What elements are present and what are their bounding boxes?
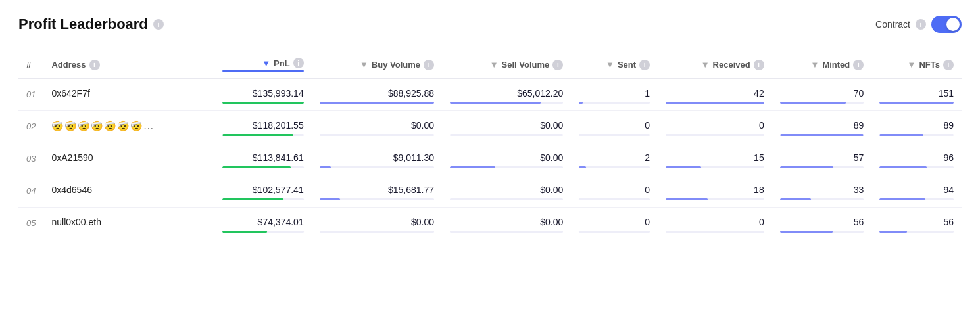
cell-value: $74,374.01 <box>222 217 303 227</box>
cell-value: $0.00 <box>320 217 434 227</box>
bar-track <box>879 134 954 136</box>
bar-track <box>579 102 650 104</box>
bar-fill <box>666 166 701 168</box>
bar-track <box>879 231 954 233</box>
title-info-icon[interactable]: i <box>153 19 164 30</box>
bar-track <box>780 231 864 233</box>
table-cell: 42 <box>658 79 772 111</box>
table-cell: $0.00 <box>442 111 571 143</box>
bar-fill <box>579 166 586 168</box>
table-cell: $65,012.20 <box>442 79 571 111</box>
rank-col-label: # <box>26 60 31 70</box>
address-col-label: Address <box>51 60 86 70</box>
cell-value: $15,681.77 <box>320 185 434 195</box>
cell-value: 2 <box>579 152 650 163</box>
bar-fill <box>450 102 541 104</box>
table-cell: 18 <box>658 175 772 208</box>
table-cell: 0xA21590 <box>43 143 214 175</box>
bar-track <box>222 198 303 200</box>
rank-cell: 01 <box>18 79 43 111</box>
cell-value: $0.00 <box>450 152 563 163</box>
bar-track <box>666 166 764 168</box>
col-address: Address i <box>43 51 214 79</box>
bar-track <box>320 102 434 104</box>
table-cell: $135,993.14 <box>214 79 311 111</box>
received-sort-icon: ▼ <box>701 60 710 70</box>
received-col-label: Received <box>713 60 750 70</box>
table-cell: 70 <box>772 79 872 111</box>
bar-fill <box>780 102 846 104</box>
bar-track <box>579 231 650 233</box>
bar-track <box>450 198 563 200</box>
table-cell: $0.00 <box>442 208 571 240</box>
cell-value: $113,841.61 <box>222 152 303 163</box>
bar-track <box>666 231 764 233</box>
table-cell: 89 <box>772 111 872 143</box>
buy-info-icon[interactable]: i <box>424 60 434 70</box>
col-minted[interactable]: ▼ Minted i <box>772 51 872 79</box>
cell-value: $0.00 <box>450 120 563 131</box>
col-sell-volume[interactable]: ▼ Sell Volume i <box>442 51 571 79</box>
leaderboard-table: # Address i ▼ PnL i ▼ Buy <box>18 51 962 239</box>
cell-value: 42 <box>666 88 764 99</box>
nfts-info-icon[interactable]: i <box>943 60 954 70</box>
col-sent[interactable]: ▼ Sent i <box>571 51 658 79</box>
cell-value: 0 <box>666 217 764 227</box>
bar-track <box>320 166 434 168</box>
pnl-info-icon[interactable]: i <box>293 58 304 68</box>
sort-down-icon: ▼ <box>262 58 270 68</box>
cell-value: 57 <box>780 152 864 163</box>
sell-info-icon[interactable]: i <box>552 60 563 70</box>
col-nfts[interactable]: ▼ NFTs i <box>871 51 962 79</box>
bar-fill <box>666 198 708 200</box>
bar-track <box>780 166 864 168</box>
bar-fill <box>450 166 495 168</box>
bar-fill <box>879 134 923 136</box>
cell-value: 0 <box>579 120 650 131</box>
cell-value: $88,925.88 <box>320 88 434 99</box>
title-text: Profit Leaderboard <box>18 16 148 33</box>
bar-fill <box>320 166 331 168</box>
table-cell: $113,841.61 <box>214 143 311 175</box>
bar-fill <box>222 166 291 168</box>
contract-info-icon[interactable]: i <box>916 19 926 30</box>
table-cell: 0 <box>571 208 658 240</box>
toggle-slider[interactable] <box>931 16 962 33</box>
cell-value: 0 <box>666 120 764 131</box>
contract-toggle-switch[interactable] <box>931 16 962 33</box>
bar-track <box>222 102 303 104</box>
bar-fill <box>579 102 582 104</box>
buy-volume-col-label: Buy Volume <box>372 60 420 70</box>
table-cell: 56 <box>772 208 872 240</box>
cell-value: 151 <box>879 88 954 99</box>
table-cell: 89 <box>871 111 962 143</box>
table-cell: $118,201.55 <box>214 111 311 143</box>
bar-track <box>666 134 764 136</box>
table-cell: 94 <box>871 175 962 208</box>
rank-cell: 05 <box>18 208 43 240</box>
col-received[interactable]: ▼ Received i <box>658 51 772 79</box>
table-cell: 0 <box>658 111 772 143</box>
address-info-icon[interactable]: i <box>89 60 100 70</box>
contract-toggle-area: Contract i <box>875 16 962 33</box>
page-header: Profit Leaderboard i Contract i <box>18 16 962 33</box>
col-pnl[interactable]: ▼ PnL i <box>214 51 311 79</box>
sent-col-label: Sent <box>618 60 636 70</box>
table-row: 02🤕🤕🤕🤕🤕🤕🤕...$118,201.55$0.00$0.00008989 <box>18 111 962 143</box>
cell-value: 🤕🤕🤕🤕🤕🤕🤕... <box>51 120 207 132</box>
cell-value: 70 <box>780 88 864 99</box>
minted-info-icon[interactable]: i <box>853 60 864 70</box>
cell-value: 0xA21590 <box>51 152 207 163</box>
bar-track <box>579 166 650 168</box>
bar-track <box>879 102 954 104</box>
table-cell: 2 <box>571 143 658 175</box>
pnl-sort-underline <box>222 70 303 72</box>
table-cell: 96 <box>871 143 962 175</box>
bar-fill <box>780 134 864 136</box>
bar-fill <box>222 198 283 200</box>
col-buy-volume[interactable]: ▼ Buy Volume i <box>312 51 442 79</box>
received-info-icon[interactable]: i <box>754 60 764 70</box>
bar-fill <box>879 231 907 233</box>
bar-track <box>879 198 954 200</box>
sent-info-icon[interactable]: i <box>639 60 650 70</box>
